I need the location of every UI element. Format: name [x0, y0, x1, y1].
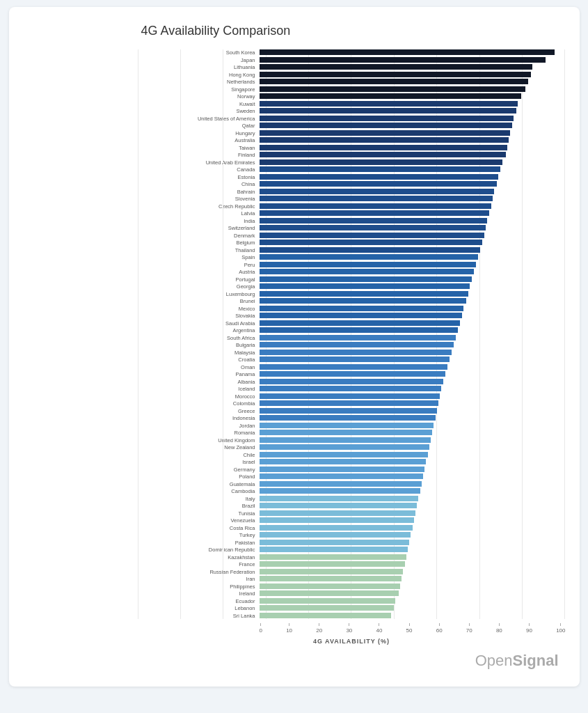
bar-track — [260, 364, 566, 371]
country-label: Sweden — [138, 109, 260, 114]
bar-fill — [260, 576, 402, 581]
tick-line — [529, 623, 530, 626]
bar-row: Bahrain — [138, 189, 566, 196]
bar-fill — [260, 503, 418, 508]
bar-fill — [260, 517, 414, 523]
bar-fill — [260, 247, 481, 253]
country-label: Oman — [138, 365, 260, 370]
bar-track — [260, 247, 566, 254]
x-axis: 0102030405060708090100 — [138, 623, 566, 634]
bar-fill — [260, 356, 450, 362]
bar-row: Georgia — [138, 283, 566, 290]
bar-row: Colombia — [138, 400, 566, 407]
bar-track — [260, 371, 566, 378]
tick-label: 90 — [526, 627, 532, 634]
bar-track — [260, 525, 566, 532]
bar-track — [260, 262, 566, 269]
bar-row: Belgium — [138, 240, 566, 246]
country-label: France — [138, 562, 260, 567]
bar-fill — [260, 547, 408, 552]
country-label: Costa Rica — [138, 526, 260, 531]
tick-line — [560, 623, 561, 626]
tick-label: 0 — [260, 627, 262, 634]
bar-track — [260, 72, 566, 79]
x-tick: 0 — [260, 623, 262, 634]
bar-row: Cambodia — [138, 488, 566, 495]
bar-row: Costa Rica — [138, 525, 566, 532]
bar-fill — [260, 313, 462, 318]
bar-fill — [260, 393, 440, 399]
bar-row: Estonia — [138, 174, 566, 181]
bar-track — [260, 240, 566, 246]
bar-fill — [260, 342, 454, 347]
bar-row: Venezuela — [138, 517, 566, 524]
country-label: Peru — [138, 263, 260, 268]
tick-line — [379, 623, 379, 626]
bar-fill — [260, 64, 532, 70]
country-label: Netherlands — [138, 79, 260, 85]
bar-row: Austria — [138, 269, 566, 276]
country-label: Bahrain — [138, 189, 260, 195]
bars-wrapper: South KoreaJapanLithuaniaHong KongNether… — [138, 49, 566, 619]
country-label: Iceland — [138, 386, 260, 392]
bar-track — [260, 123, 566, 130]
country-label: Morocco — [138, 394, 260, 400]
bar-fill — [260, 72, 531, 77]
chart-container: 4G Availability Comparison South KoreaJa… — [9, 7, 580, 687]
bar-track — [260, 430, 566, 437]
country-label: Slovakia — [138, 313, 260, 319]
country-label: Romania — [138, 430, 260, 436]
chart-body: South KoreaJapanLithuaniaHong KongNether… — [16, 49, 566, 645]
bar-fill — [260, 320, 460, 326]
bar-track — [260, 203, 566, 210]
tick-label: 50 — [406, 627, 413, 634]
country-label: Malaysia — [138, 350, 260, 356]
country-label: Ireland — [138, 591, 260, 597]
x-axis-ticks: 0102030405060708090100 — [260, 623, 566, 634]
bar-fill — [260, 488, 420, 494]
country-label: Indonesia — [138, 416, 260, 421]
bar-fill — [260, 415, 436, 421]
bar-row: Philippines — [138, 583, 566, 590]
country-label: Russian Federation — [138, 570, 260, 575]
country-label: Hungary — [138, 131, 260, 136]
bar-fill — [260, 233, 484, 238]
bar-track — [260, 590, 566, 597]
bar-track — [260, 415, 566, 422]
x-tick: 20 — [316, 623, 322, 634]
country-label: Georgia — [138, 284, 260, 290]
country-label: Italy — [138, 496, 260, 502]
bar-track — [260, 467, 566, 473]
bar-fill — [260, 583, 400, 589]
country-label: Tunisia — [138, 511, 260, 517]
bar-row: Pakistan — [138, 540, 566, 547]
bar-track — [260, 561, 566, 568]
bar-fill — [260, 152, 506, 157]
bar-row: Oman — [138, 364, 566, 371]
bar-fill — [260, 510, 415, 516]
country-label: Cambodia — [138, 489, 260, 494]
bar-fill — [260, 145, 507, 150]
bar-track — [260, 488, 566, 495]
bar-row: Germany — [138, 467, 566, 473]
bar-row: Chile — [138, 452, 566, 459]
country-label: Mexico — [138, 306, 260, 312]
bar-row: Switzerland — [138, 225, 566, 232]
bar-row: Indonesia — [138, 415, 566, 422]
x-tick: 10 — [286, 623, 292, 634]
x-tick: 70 — [466, 623, 472, 634]
bar-row: India — [138, 218, 566, 225]
bar-track — [260, 379, 566, 386]
bar-track — [260, 196, 566, 203]
country-label: Dominican Republic — [138, 547, 260, 553]
country-label: Bulgaria — [138, 343, 260, 348]
country-label: Lithuania — [138, 65, 260, 70]
country-label: Taiwan — [138, 146, 260, 151]
bar-row: Sweden — [138, 108, 566, 115]
bar-row: Greece — [138, 408, 566, 415]
bar-track — [260, 166, 566, 173]
country-label: Denmark — [138, 233, 260, 239]
x-tick: 90 — [526, 623, 532, 634]
bar-row: Hungary — [138, 130, 566, 137]
bar-fill — [260, 598, 396, 604]
